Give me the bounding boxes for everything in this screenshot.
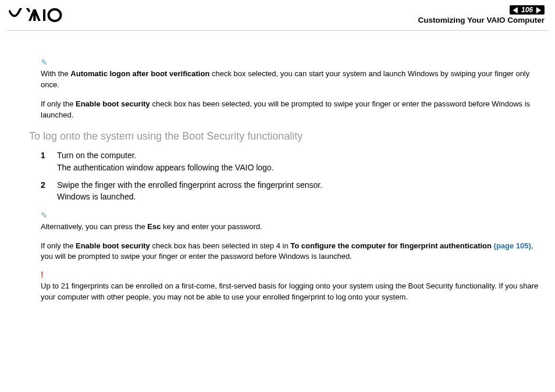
note-para-2: Alternatively, you can press the Esc key…	[41, 222, 539, 233]
warning-para: Up to 21 fingerprints can be enrolled on…	[41, 281, 539, 303]
page-number: 106	[521, 6, 533, 14]
warning-icon: !	[41, 270, 539, 279]
step-text-line2: Windows is launched.	[57, 192, 136, 201]
page-link-105[interactable]: (page 105)	[494, 241, 531, 250]
step-number: 1	[41, 149, 45, 161]
note-para-1b: If only the Enable boot security check b…	[41, 99, 539, 121]
vaio-logo-svg	[9, 8, 76, 22]
next-page-icon[interactable]: ▶	[536, 5, 541, 13]
step-number: 2	[41, 179, 45, 191]
svg-rect-0	[43, 9, 45, 21]
steps-list: 1 Turn on the computer. The authenticati…	[41, 149, 539, 202]
step-text-line1: Swipe the finger with the enrolled finge…	[57, 180, 322, 190]
note-para-2b: If only the Enable boot security check b…	[41, 241, 539, 263]
prev-page-icon[interactable]: ◀	[513, 5, 518, 13]
page-number-nav[interactable]: ◀ 106 ▶	[510, 5, 545, 15]
vaio-logo	[9, 8, 76, 26]
section-title: Customizing Your VAIO Computer	[418, 16, 545, 24]
page-header: ◀ 106 ▶ Customizing Your VAIO Computer	[0, 0, 555, 28]
step-text-line1: Turn on the computer.	[57, 151, 136, 160]
page-content: ✎ With the Automatic logon after boot ve…	[41, 58, 539, 311]
note-icon: ✎	[41, 58, 539, 66]
header-rule	[7, 30, 548, 31]
step-2: 2 Swipe the finger with the enrolled fin…	[41, 179, 539, 203]
note-icon: ✎	[41, 211, 539, 219]
note-para-1: With the Automatic logon after boot veri…	[41, 69, 539, 91]
svg-point-1	[49, 9, 61, 21]
step-text-line2: The authentication window appears follow…	[57, 163, 274, 172]
section-heading: To log onto the system using the Boot Se…	[29, 129, 539, 144]
page-nav: ◀ 106 ▶ Customizing Your VAIO Computer	[418, 3, 545, 24]
step-1: 1 Turn on the computer. The authenticati…	[41, 149, 539, 173]
